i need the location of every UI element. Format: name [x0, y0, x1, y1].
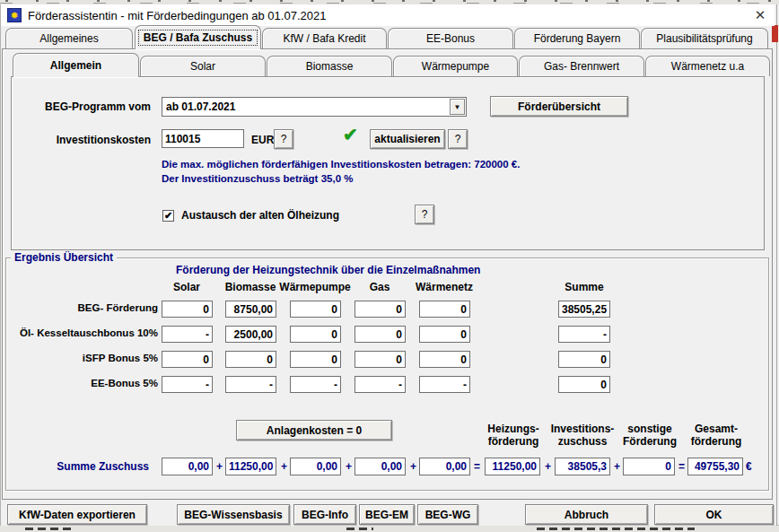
summe-zuschuss-field[interactable]	[419, 458, 470, 475]
result-summe-field[interactable]	[558, 326, 610, 343]
title-bar: ✹ Förderassistentin - mit Förderbedingun…	[1, 4, 775, 26]
tab-ee-bonus[interactable]: EE-Bonus	[388, 28, 513, 48]
summe-zuschuss-field[interactable]	[225, 458, 276, 475]
tab-label: Förderung Bayern	[534, 32, 621, 45]
tab-foerderung-bayern[interactable]: Förderung Bayern	[514, 28, 640, 48]
background-text-fragment	[346, 528, 373, 530]
plus-sign: +	[346, 460, 352, 473]
background-window-bottom	[0, 525, 779, 532]
beg-info-button[interactable]: BEG-Info	[293, 504, 356, 525]
result-field[interactable]	[419, 326, 470, 343]
plus-sign: +	[216, 460, 223, 473]
tab-label: Allgemein	[50, 59, 101, 72]
result-summe-field[interactable]	[558, 351, 610, 368]
result-field[interactable]	[162, 326, 213, 343]
tab-plausibilitaetspruefung[interactable]: Plausibilitätsprüfung	[641, 28, 768, 48]
help-button-invest[interactable]: ?	[274, 129, 293, 149]
result-field[interactable]	[354, 376, 406, 393]
col-header-waermenetz: Wärmenetz	[408, 281, 480, 293]
result-field[interactable]	[419, 351, 470, 368]
zuschuss-info: Der Investitionzuschuss beträgt 35,0 %	[162, 173, 353, 184]
result-field[interactable]	[354, 351, 406, 368]
result-field[interactable]	[354, 301, 406, 318]
plus-sign: +	[281, 460, 287, 473]
result-field[interactable]	[419, 376, 470, 393]
screen: ✹ Förderassistentin - mit Förderbedingun…	[0, 0, 779, 532]
valid-check-icon: ✔	[343, 124, 358, 145]
checkmark-icon: ✔	[164, 211, 172, 221]
col-header-gas: Gas	[344, 281, 416, 293]
beg-wg-button[interactable]: BEG-WG	[417, 504, 478, 525]
beg-wissensbasis-button[interactable]: BEG-Wissensbasis	[177, 504, 290, 525]
result-field[interactable]	[162, 376, 213, 393]
background-text-fragment	[537, 528, 695, 530]
sonstige-foerderung-field[interactable]	[623, 458, 675, 475]
close-icon[interactable]: ✕	[750, 7, 770, 23]
summe-zuschuss-field[interactable]	[354, 458, 406, 475]
result-field[interactable]	[162, 301, 213, 318]
invest-input[interactable]	[162, 129, 244, 148]
tab-beg-bafa-zuschuss[interactable]: BEG / Bafa Zuschuss	[135, 25, 261, 49]
tab-label: BEG / Bafa Zuschuss	[139, 31, 257, 45]
chevron-down-icon[interactable]: ▼	[450, 99, 465, 115]
anlagenkosten-button[interactable]: Anlagenkosten = 0	[236, 420, 392, 440]
foerderuebersicht-button[interactable]: Förderübersicht	[490, 96, 628, 117]
subtab-waermenetz[interactable]: Wärmenetz u.a	[645, 56, 770, 76]
app-icon: ✹	[7, 8, 22, 22]
subtab-gas-brennwert[interactable]: Gas- Brennwert	[519, 56, 644, 76]
result-field[interactable]	[162, 351, 213, 368]
result-field[interactable]	[225, 376, 276, 393]
oil-exchange-checkbox[interactable]: ✔	[162, 210, 174, 222]
result-field[interactable]	[290, 301, 341, 318]
heizungsfoerderung-field[interactable]	[485, 458, 540, 475]
kfw-daten-exportieren-button[interactable]: KfW-Daten exportieren	[7, 504, 147, 525]
tab-allgemeines[interactable]: Allgemeines	[5, 28, 133, 48]
tab-label: Wärmepumpe	[422, 60, 489, 73]
result-summe-field[interactable]	[558, 301, 610, 318]
subtab-solar[interactable]: Solar	[140, 56, 266, 76]
summe-zuschuss-field[interactable]	[290, 458, 341, 475]
equals-sign: =	[678, 460, 685, 473]
row-label-ee-bonus: EE-Bonus 5%	[0, 378, 158, 388]
row-label-isfp-bonus: iSFP Bonus 5%	[0, 353, 158, 363]
app-icon-glyph: ✹	[10, 11, 18, 21]
program-label: BEG-Programm vom	[27, 100, 151, 113]
max-invest-info: Die max. möglichen förderfähigen Investi…	[162, 159, 520, 170]
background-red-fragment	[772, 25, 778, 42]
abbruch-button[interactable]: Abbruch	[525, 504, 648, 525]
beg-programm-dropdown[interactable]: ab 01.07.2021 ▼	[162, 97, 467, 117]
row-label-beg-foerderung: BEG- Förderung	[0, 302, 158, 313]
result-field[interactable]	[354, 326, 406, 343]
tab-kfw-bafa-kredit[interactable]: KfW / Bafa Kredit	[262, 28, 387, 48]
tab-label: Allgemeines	[39, 32, 98, 45]
beg-em-button[interactable]: BEG-EM	[359, 504, 415, 525]
ok-button[interactable]: OK	[654, 504, 774, 525]
subtab-allgemein[interactable]: Allgemein	[13, 53, 139, 77]
oil-exchange-label: Austausch der alten Ölheizung	[181, 209, 339, 222]
result-summe-field[interactable]	[558, 376, 610, 393]
help-button-aktualisieren[interactable]: ?	[448, 129, 468, 149]
help-button-oil[interactable]: ?	[415, 205, 434, 224]
invest-label: Investitionskosten	[27, 134, 151, 146]
sum-header-gesamtfoerderung: Gesamt- förderung	[678, 423, 754, 448]
subtab-biomasse[interactable]: Biomasse	[267, 56, 392, 76]
result-field[interactable]	[225, 301, 276, 318]
summe-zuschuss-field[interactable]	[162, 458, 213, 475]
sum-header-sonstige-foerderung: sonstige Förderung	[612, 423, 687, 448]
subtab-waermepumpe[interactable]: Wärmepumpe	[393, 56, 518, 76]
currency-label: EUR	[251, 134, 274, 146]
sum-header-investitionszuschuss: Investitions- zuschuss	[545, 423, 620, 448]
aktualisieren-button[interactable]: aktualisieren	[370, 129, 445, 149]
col-header-summe: Summe	[548, 281, 620, 293]
result-field[interactable]	[225, 351, 276, 368]
sum-header-heizungsfoerderung: Heizungs- förderung	[476, 423, 551, 448]
tab-label: Solar	[190, 60, 215, 73]
investitionszuschuss-field[interactable]	[555, 458, 610, 475]
result-field[interactable]	[290, 351, 341, 368]
result-field[interactable]	[290, 326, 341, 343]
gesamtfoerderung-field[interactable]	[687, 458, 743, 475]
result-field[interactable]	[225, 326, 276, 343]
euro-sign: €	[746, 460, 752, 473]
result-field[interactable]	[419, 301, 470, 318]
result-field[interactable]	[290, 376, 341, 393]
